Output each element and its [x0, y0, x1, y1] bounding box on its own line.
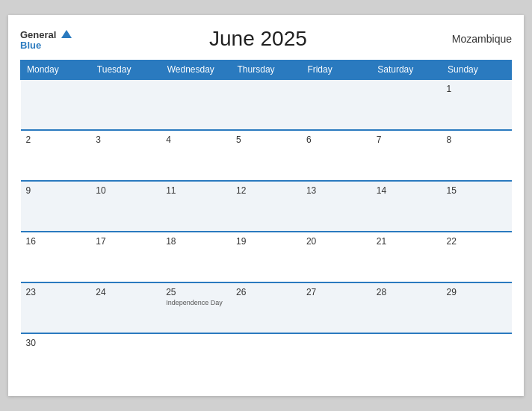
- calendar-cell: [231, 79, 301, 130]
- calendar-cell: 12: [231, 181, 301, 232]
- day-number: 9: [26, 185, 86, 196]
- calendar-cell: 22: [442, 232, 512, 282]
- logo-triangle-icon: [61, 30, 72, 38]
- calendar-week-row: 232425Independence Day26272829: [21, 282, 512, 333]
- calendar-cell: 14: [371, 181, 442, 232]
- day-number: 27: [306, 287, 366, 297]
- day-number: 2: [26, 135, 86, 145]
- day-number: 21: [377, 236, 436, 247]
- calendar-week-row: 16171819202122: [21, 232, 512, 282]
- calendar-cell: 8: [442, 130, 512, 181]
- calendar-cell: 4: [161, 130, 231, 181]
- calendar-cell: [90, 333, 161, 384]
- weekday-thursday: Thursday: [231, 61, 301, 80]
- calendar-cell: 29: [442, 282, 512, 333]
- calendar-cell: [371, 79, 442, 130]
- calendar-cell: [442, 333, 512, 384]
- calendar-cell: 18: [161, 232, 231, 282]
- logo: General Blue: [20, 28, 72, 50]
- calendar-cell: 3: [90, 130, 161, 181]
- calendar-cell: 16: [21, 232, 91, 282]
- calendar-cell: 13: [301, 181, 371, 232]
- day-number: 23: [26, 287, 86, 297]
- weekday-header-row: Monday Tuesday Wednesday Thursday Friday…: [21, 61, 512, 80]
- day-number: 25: [166, 287, 226, 297]
- day-number: 18: [166, 236, 226, 247]
- day-number: 16: [26, 236, 86, 247]
- calendar-cell: [90, 79, 161, 130]
- calendar-grid: Monday Tuesday Wednesday Thursday Friday…: [20, 60, 512, 384]
- calendar-cell: [161, 333, 231, 384]
- calendar-cell: 19: [231, 232, 301, 282]
- weekday-saturday: Saturday: [371, 61, 442, 80]
- day-number: 5: [236, 135, 296, 145]
- calendar-cell: 9: [21, 181, 91, 232]
- day-number: 4: [166, 135, 226, 145]
- calendar-week-row: 1: [21, 79, 512, 130]
- calendar-cell: [301, 333, 371, 384]
- calendar-cell: 15: [442, 181, 512, 232]
- calendar-week-row: 30: [21, 333, 512, 384]
- calendar-cell: 5: [231, 130, 301, 181]
- calendar-cell: 20: [301, 232, 371, 282]
- logo-blue-text: Blue: [20, 40, 72, 50]
- day-number: 13: [306, 185, 366, 196]
- calendar-cell: 25Independence Day: [161, 282, 231, 333]
- calendar-week-row: 2345678: [21, 130, 512, 181]
- calendar-cell: 21: [371, 232, 442, 282]
- calendar-cell: [161, 79, 231, 130]
- weekday-friday: Friday: [301, 61, 371, 80]
- calendar-cell: 28: [371, 282, 442, 333]
- calendar-wrapper: General Blue June 2025 Mozambique Monday…: [8, 15, 524, 396]
- day-number: 10: [96, 185, 155, 196]
- calendar-cell: 1: [442, 79, 512, 130]
- weekday-wednesday: Wednesday: [161, 61, 231, 80]
- calendar-cell: 23: [21, 282, 91, 333]
- day-number: 19: [236, 236, 296, 247]
- day-number: 12: [236, 185, 296, 196]
- calendar-cell: [231, 333, 301, 384]
- calendar-cell: 30: [21, 333, 91, 384]
- day-number: 6: [306, 135, 366, 145]
- calendar-cell: 26: [231, 282, 301, 333]
- calendar-country: Mozambique: [445, 33, 512, 45]
- calendar-cell: 24: [90, 282, 161, 333]
- weekday-sunday: Sunday: [442, 61, 512, 80]
- day-number: 7: [377, 135, 436, 145]
- day-number: 24: [96, 287, 155, 297]
- calendar-title: June 2025: [72, 27, 445, 51]
- day-number: 14: [377, 185, 436, 196]
- day-number: 3: [96, 135, 155, 145]
- calendar-cell: 27: [301, 282, 371, 333]
- calendar-header: General Blue June 2025 Mozambique: [20, 27, 512, 51]
- weekday-tuesday: Tuesday: [90, 61, 161, 80]
- calendar-cell: 6: [301, 130, 371, 181]
- day-number: 30: [26, 338, 86, 348]
- day-number: 1: [447, 84, 507, 94]
- day-number: 20: [306, 236, 366, 247]
- weekday-monday: Monday: [21, 61, 91, 80]
- day-number: 29: [447, 287, 507, 297]
- day-number: 11: [166, 185, 226, 196]
- logo-general: General: [20, 28, 72, 40]
- day-number: 22: [447, 236, 507, 247]
- calendar-cell: 10: [90, 181, 161, 232]
- calendar-cell: [21, 79, 91, 130]
- day-number: 17: [96, 236, 155, 247]
- day-number: 26: [236, 287, 296, 297]
- calendar-cell: [371, 333, 442, 384]
- day-number: 28: [377, 287, 436, 297]
- day-number: 15: [447, 185, 507, 196]
- calendar-cell: 11: [161, 181, 231, 232]
- calendar-cell: [301, 79, 371, 130]
- calendar-cell: 7: [371, 130, 442, 181]
- calendar-cell: 2: [21, 130, 91, 181]
- calendar-cell: 17: [90, 232, 161, 282]
- logo-general-text: General: [20, 29, 56, 40]
- day-number: 8: [447, 135, 507, 145]
- calendar-week-row: 9101112131415: [21, 181, 512, 232]
- day-event: Independence Day: [166, 299, 226, 306]
